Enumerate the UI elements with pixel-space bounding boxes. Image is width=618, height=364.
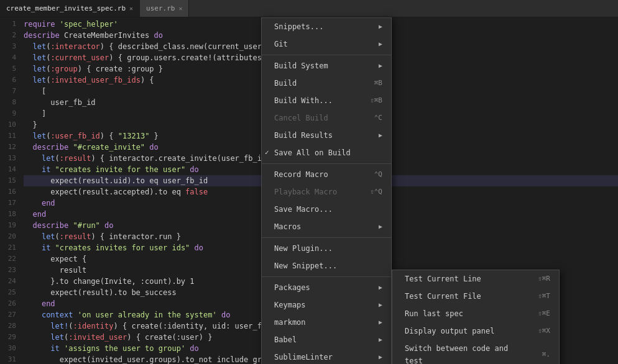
line-number: 27 — [0, 309, 16, 321]
main-context-menu: Snippets...▶Git▶Build System▶Build⌘BBuil… — [261, 17, 392, 364]
submenu-shortcut: ⇧⌘T — [538, 290, 550, 303]
menu-item-record_macro[interactable]: Record Macro⌃Q — [262, 166, 391, 183]
menu-separator — [262, 163, 391, 164]
line-number: 24 — [0, 276, 16, 287]
submenu-arrow-icon: ▶ — [379, 316, 382, 329]
line-number: 23 — [0, 265, 16, 276]
menu-item-label: Packages — [274, 281, 310, 294]
submenu-item-label: Run last spec — [405, 307, 463, 320]
menu-item-playback_macro: Playback Macro⇧⌃Q — [262, 183, 391, 201]
line-number: 2 — [0, 30, 16, 41]
line-number: 4 — [0, 52, 16, 63]
line-number: 28 — [0, 321, 16, 332]
close-icon-2[interactable]: ✕ — [178, 5, 182, 12]
menu-item-label: Keymaps — [274, 299, 306, 311]
submenu-item-label: Switch between code and test — [405, 342, 530, 364]
menu-item-save_all_on_build[interactable]: Save All on Build — [262, 144, 391, 162]
menu-item-new_snippet[interactable]: New Snippet... — [262, 257, 391, 275]
menu-item-cancel_build: Cancel Build⌃C — [262, 109, 391, 127]
menu-item-git[interactable]: Git▶ — [262, 35, 391, 53]
menu-item-label: Build System — [274, 60, 328, 72]
line-number: 25 — [0, 287, 16, 298]
menu-item-build_system[interactable]: Build System▶ — [262, 57, 391, 75]
menu-item-label: markmon — [274, 316, 306, 329]
menu-item-label: Build Results — [274, 129, 333, 142]
line-number: 29 — [0, 332, 16, 343]
line-number: 16 — [0, 186, 16, 198]
line-number: 18 — [0, 209, 16, 220]
tab-create-member[interactable]: create_member_invites_spec.rb ✕ — [0, 0, 140, 17]
line-number: 26 — [0, 298, 16, 309]
submenu-item-test_current_line[interactable]: Test Current Line⇧⌘R — [392, 270, 559, 288]
line-number: 6 — [0, 75, 16, 86]
menu-item-babel[interactable]: Babel▶ — [262, 331, 391, 348]
submenu-item-label: Test Current File — [405, 290, 481, 303]
submenu: Test Current Line⇧⌘RTest Current File⇧⌘T… — [392, 270, 560, 364]
menu-item-label: Record Macro — [274, 168, 328, 181]
menu-item-new_plugin[interactable]: New Plugin... — [262, 240, 391, 257]
line-number: 31 — [0, 354, 16, 364]
menu-item-build_results[interactable]: Build Results▶ — [262, 127, 391, 144]
line-numbers: 1234567891011121314151617181920212223242… — [0, 17, 20, 364]
submenu-item-switch_between[interactable]: Switch between code and test⌘. — [392, 340, 559, 364]
menu-item-save_macro[interactable]: Save Macro... — [262, 201, 391, 218]
menu-item-keymaps[interactable]: Keymaps▶ — [262, 296, 391, 314]
line-number: 3 — [0, 41, 16, 52]
editor-area: 1234567891011121314151617181920212223242… — [0, 17, 618, 364]
line-number: 20 — [0, 231, 16, 242]
menu-separator — [262, 276, 391, 277]
menu-item-label: Snippets... — [274, 20, 323, 33]
line-number: 14 — [0, 164, 16, 175]
line-number: 21 — [0, 242, 16, 253]
menu-item-label: Macros — [274, 221, 301, 233]
line-number: 10 — [0, 119, 16, 130]
submenu-item-label: Display output panel — [405, 325, 495, 337]
menu-item-label: Build With... — [274, 94, 333, 107]
menu-separator — [262, 237, 391, 238]
menu-separator — [262, 55, 391, 55]
line-number: 11 — [0, 130, 16, 142]
line-number: 12 — [0, 142, 16, 153]
line-number: 15 — [0, 175, 16, 186]
submenu-arrow-icon: ▶ — [379, 299, 382, 311]
menu-item-sublime_linter[interactable]: SublimeLinter▶ — [262, 348, 391, 364]
menu-item-label: Build — [274, 77, 297, 89]
submenu-shortcut: ⌘. — [542, 348, 550, 361]
line-number: 5 — [0, 63, 16, 75]
menu-shortcut: ⌃Q — [374, 168, 382, 181]
menu-item-snippets[interactable]: Snippets...▶ — [262, 18, 391, 35]
submenu-arrow-icon: ▶ — [379, 221, 382, 233]
submenu-arrow-icon: ▶ — [379, 20, 382, 33]
close-icon[interactable]: ✕ — [129, 5, 133, 12]
line-number: 13 — [0, 153, 16, 164]
submenu-arrow-icon: ▶ — [379, 334, 382, 346]
menu-item-build[interactable]: Build⌘B — [262, 75, 391, 92]
line-number: 9 — [0, 108, 16, 119]
menu-item-label: New Snippet... — [274, 260, 337, 272]
menu-item-build_with[interactable]: Build With...⇧⌘B — [262, 92, 391, 109]
tab-bar: create_member_invites_spec.rb ✕ user.rb … — [0, 0, 618, 17]
menu-item-label: Save Macro... — [274, 203, 333, 216]
line-number: 30 — [0, 343, 16, 354]
submenu-item-run_last_spec[interactable]: Run last spec⇧⌘E — [392, 305, 559, 322]
menu-shortcut: ⌃C — [374, 112, 382, 124]
submenu-arrow-icon: ▶ — [379, 38, 382, 50]
submenu-arrow-icon: ▶ — [379, 281, 382, 294]
tab-label-user: user.rb — [146, 4, 175, 12]
submenu-item-test_current_file[interactable]: Test Current File⇧⌘T — [392, 288, 559, 305]
menu-item-label: New Plugin... — [274, 242, 333, 255]
submenu-arrow-icon: ▶ — [379, 129, 382, 142]
line-number: 17 — [0, 198, 16, 209]
submenu-item-display_output_panel[interactable]: Display output panel⇧⌘X — [392, 322, 559, 340]
tab-user-rb[interactable]: user.rb ✕ — [140, 0, 189, 17]
submenu-arrow-icon: ▶ — [379, 351, 382, 363]
menu-shortcut: ⇧⌘B — [370, 94, 382, 107]
submenu-shortcut: ⇧⌘E — [538, 307, 550, 320]
line-number: 19 — [0, 220, 16, 231]
menu-item-markmon[interactable]: markmon▶ — [262, 314, 391, 331]
menu-item-label: Git — [274, 38, 288, 50]
menu-shortcut: ⇧⌃Q — [370, 186, 382, 198]
submenu-item-label: Test Current Line — [405, 273, 481, 285]
menu-item-macros[interactable]: Macros▶ — [262, 218, 391, 235]
menu-item-packages[interactable]: Packages▶ — [262, 279, 391, 296]
